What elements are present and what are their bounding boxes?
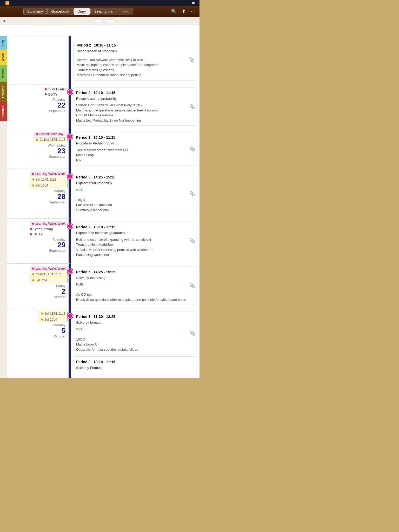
day-num: 2	[54, 288, 65, 295]
tag-dot	[32, 223, 34, 225]
date-section-sep23: School photo dayCollect 11R1 11L3 Wednes…	[7, 129, 200, 169]
event-tag: Collect 11R1 11L3	[30, 272, 68, 277]
timeline-center	[70, 84, 71, 129]
lesson-body: Bell: one example of expanding with >1 c…	[76, 237, 189, 257]
tag-dot	[32, 268, 34, 270]
tab-summary[interactable]: Summary	[23, 8, 47, 15]
tab-seating-plan[interactable]: Seating plan	[90, 8, 118, 15]
entry-card-oct2-e1: Period 5 14:25 - 15:25 Solve by factoris…	[73, 267, 197, 305]
entries-right-sep23: Period 2 10:10 - 11:15 Probability Probl…	[71, 129, 200, 169]
event-tags: Learning Walks WeekStaff BriefingDUTY	[30, 221, 68, 236]
lesson-title: Recap lesson of probability	[76, 96, 189, 101]
date-left-oct5: Set 11R1 11L3Set 10L4 Monday 5 October	[7, 308, 70, 378]
timeline-center	[70, 308, 71, 378]
nav-right-icons: 🔍 ⬆ ···	[169, 8, 197, 15]
tab-gradebook[interactable]: Gradebook	[47, 8, 73, 15]
tag-label: Collect 11R1 11L3	[36, 272, 61, 276]
lesson-title: Solve by Formula	[76, 365, 189, 370]
sidebar-item-week[interactable]: Week	[0, 49, 7, 65]
period-header: Period 5 14:25 - 15:25	[76, 269, 189, 275]
status-bar: 📶 ✱	[0, 0, 200, 6]
tag-label: Set 10L4	[44, 318, 57, 321]
event-dot	[30, 228, 32, 230]
period-header: Period 2 10:10 - 11:15	[76, 135, 189, 140]
sidebar-item-month[interactable]: Month	[0, 65, 7, 82]
date-circle	[68, 269, 73, 274]
sidebar-item-timeline[interactable]: Timeline	[0, 82, 7, 102]
side-tabs: Day Week Month Timeline Planner	[0, 36, 7, 378]
event-tag: Set 10L4	[30, 183, 68, 188]
lesson-title: Expand and factorise Quadratics	[76, 230, 189, 236]
date-text: Tuesday 22 September	[49, 98, 68, 113]
date-section-sep29: Learning Walks WeekStaff BriefingDUTY Tu…	[7, 218, 200, 263]
sub-nav: ●	[0, 17, 200, 25]
date-circle	[68, 89, 73, 95]
sidebar-item-planner[interactable]: Planner	[0, 102, 7, 121]
tag-dot	[41, 318, 43, 321]
tag-dot	[41, 312, 43, 315]
event-line: Staff Briefing	[30, 227, 68, 231]
entry-card-oct5-e2: Period 2 10:10 - 11:15 Solve by Formula	[73, 356, 197, 375]
lesson-title: Solve by formula	[76, 320, 189, 325]
lesson-body: Starter: Don Steward Jars most likely to…	[76, 103, 189, 123]
entries-right-oct5: Period 3 11:30 - 12:25 Solve by formula …	[71, 308, 200, 378]
date-section-oct2: Learning Walks WeekCollect 11R1 11L3Set …	[7, 263, 200, 308]
event-dot	[30, 233, 32, 235]
event-line: DUTY	[45, 92, 68, 96]
paperclip-icon: 📎	[189, 190, 195, 197]
today-button[interactable]	[93, 19, 103, 22]
settings-button[interactable]	[15, 10, 19, 12]
event-tag: School photo day	[34, 132, 68, 136]
share-button[interactable]: ⬆	[180, 8, 188, 15]
date-text: Tuesday 29 September	[49, 237, 68, 252]
event-tags: Learning Walks WeekSet 11R1 11L3Set 10L4	[30, 171, 68, 188]
date-button[interactable]	[105, 19, 115, 22]
lesson-title: Solve by factorising	[76, 275, 189, 281]
date-nav	[91, 19, 117, 22]
main-content: Day Week Month Timeline Planner Period 2…	[0, 36, 200, 378]
date-section-oct5: Set 11R1 11L3Set 10L4 Monday 5 October P…	[7, 308, 200, 378]
entry-card-sep28-e1: Period 5 14:25 - 15:25 Experimental prob…	[73, 172, 197, 215]
event-tag: Learning Walks Week	[30, 171, 68, 176]
entries-right-oct2: Period 5 14:25 - 15:25 Solve by factoris…	[71, 263, 200, 308]
paperclip-icon: 📎	[189, 103, 195, 110]
event-tag: Learning Walks Week	[30, 221, 68, 226]
period-header: Period 2 10:10 - 11:15	[76, 90, 189, 96]
nav-tabs: Summary Gradebook Diary Seating plan ○○○	[23, 8, 133, 15]
paperclip-icon: 📎	[189, 145, 195, 152]
event-line-label: DUTY	[48, 92, 57, 96]
overflow-button[interactable]: ···	[189, 8, 197, 15]
date-section-sep28: Learning Walks WeekSet 11R1 11L3Set 10L4…	[7, 169, 200, 218]
tab-diary[interactable]: Diary	[74, 8, 90, 15]
event-tag: Set 10L4	[39, 317, 68, 322]
help-button[interactable]	[9, 10, 13, 12]
period-header: Period 2 10:10 - 11:15	[76, 359, 189, 365]
back-button[interactable]	[3, 10, 7, 12]
tag-label: Learning Walks Week	[35, 222, 65, 225]
tag-dot	[32, 279, 34, 281]
timeline-center	[70, 218, 71, 263]
lesson-body: SET: 10QQ Fair dice exam question Sumboo…	[76, 187, 189, 213]
timeline-center	[70, 169, 71, 218]
day-num: 22	[49, 102, 65, 109]
event-tag: Learning Walks Week	[30, 266, 68, 271]
tag-label: Set 11R1 11L3	[36, 178, 56, 181]
tag-label: Set 10L4	[36, 184, 48, 187]
lesson-title: Probability Problem Solving	[76, 141, 189, 146]
entries-right-sep22: Period 2 10:10 - 11:15 Recap lesson of p…	[71, 84, 200, 129]
tag-label: Set 11R1 11L3	[44, 312, 65, 315]
event-tag: Set 7C4	[30, 278, 68, 283]
day-num: 28	[49, 193, 65, 200]
event-line-label: Staff Briefing	[34, 227, 53, 231]
lesson-body: Starter: Don Steward Jars most likely to…	[77, 57, 189, 78]
date-circle	[68, 313, 73, 318]
sidebar-item-day[interactable]: Day	[0, 36, 7, 49]
day-num: 29	[49, 241, 65, 249]
date-circle	[68, 134, 73, 139]
tab-more[interactable]: ○○○	[119, 8, 133, 15]
tag-label: Collect 11R1 11L3	[39, 138, 65, 142]
search-button[interactable]: 🔍	[169, 8, 179, 15]
entry-card-sep22-e1: Period 2 10:10 - 11:15 Recap lesson of p…	[73, 87, 197, 126]
period-header: Period 2 10:10 - 11:15	[77, 43, 189, 48]
timeline-center	[70, 129, 71, 169]
